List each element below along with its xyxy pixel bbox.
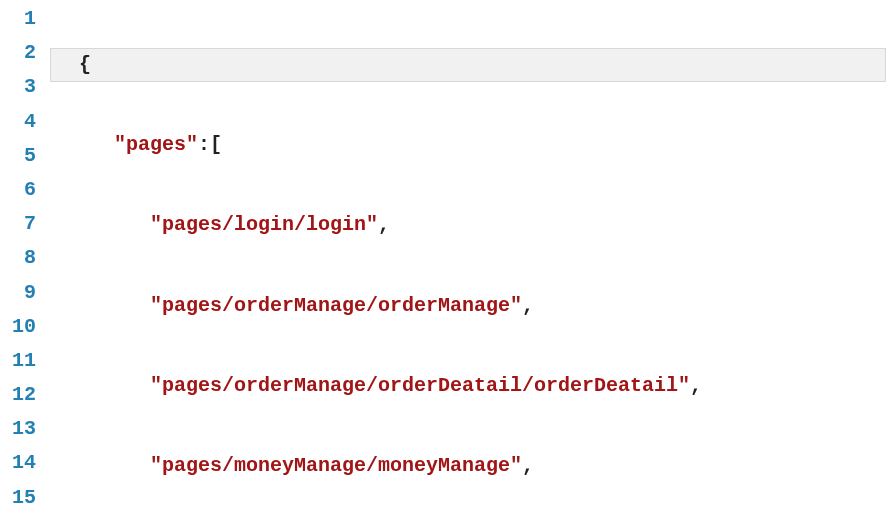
line-number: 9: [0, 276, 36, 310]
code-line[interactable]: "pages/login/login",: [78, 208, 886, 242]
line-number: 2: [0, 36, 36, 70]
line-number-gutter: 1 2 3 4 5 6 7 8 9 10 11 12 13 14 15: [0, 0, 50, 520]
line-number: 5: [0, 139, 36, 173]
code-area[interactable]: { "pages":[ "pages/login/login", "pages/…: [50, 0, 886, 520]
json-string: "pages/moneyManage/moneyManage": [150, 454, 522, 477]
json-key: "pages": [114, 133, 198, 156]
line-number: 6: [0, 173, 36, 207]
line-number: 11: [0, 344, 36, 378]
comma: ,: [378, 213, 390, 236]
colon: :: [198, 133, 210, 156]
line-number: 13: [0, 412, 36, 446]
code-editor[interactable]: 1 2 3 4 5 6 7 8 9 10 11 12 13 14 15 { "p…: [0, 0, 886, 520]
comma: ,: [522, 454, 534, 477]
comma: ,: [690, 374, 702, 397]
code-line[interactable]: "pages/orderManage/orderManage",: [78, 289, 886, 323]
code-line[interactable]: "pages":[: [78, 128, 886, 162]
code-line[interactable]: "pages/orderManage/orderDeatail/orderDea…: [78, 369, 886, 403]
comma: ,: [522, 294, 534, 317]
line-number: 8: [0, 241, 36, 275]
line-number: 12: [0, 378, 36, 412]
json-string: "pages/orderManage/orderManage": [150, 294, 522, 317]
json-string: "pages/orderManage/orderDeatail/orderDea…: [150, 374, 690, 397]
code-line[interactable]: "pages/moneyManage/moneyManage",: [78, 449, 886, 483]
line-number: 1: [0, 2, 36, 36]
line-number: 10: [0, 310, 36, 344]
bracket-open: [: [210, 133, 222, 156]
line-number: 7: [0, 207, 36, 241]
line-number: 4: [0, 105, 36, 139]
brace-open: {: [79, 53, 91, 76]
code-line[interactable]: {: [50, 48, 886, 82]
line-number: 15: [0, 481, 36, 515]
line-number: 14: [0, 446, 36, 480]
line-number: 3: [0, 70, 36, 104]
json-string: "pages/login/login": [150, 213, 378, 236]
